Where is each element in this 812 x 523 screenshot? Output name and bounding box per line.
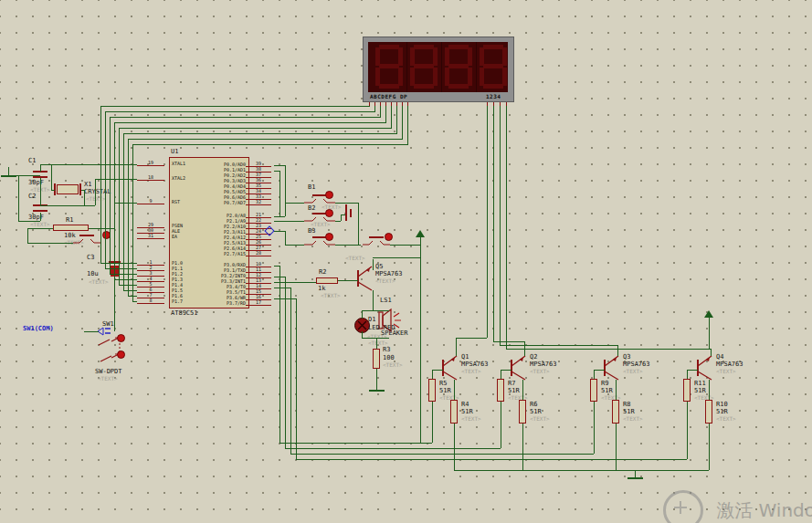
wire-segment — [420, 237, 421, 245]
sw1-actuator-top[interactable] — [117, 334, 125, 342]
b1-ref: B1 — [308, 184, 315, 191]
wire-segment — [487, 106, 488, 338]
pin-row: P3.7/RD17 — [189, 300, 271, 306]
transistor-q2[interactable] — [510, 354, 528, 382]
wire-segment — [27, 228, 53, 229]
digit-segment — [448, 84, 469, 89]
transistor-q3[interactable] — [603, 354, 621, 382]
r3-ref: R3 — [383, 347, 390, 353]
wire-segment — [493, 341, 524, 342]
wire-segment — [500, 106, 501, 345]
r9-value: 51R — [601, 388, 613, 394]
pin-number: 18 — [137, 174, 164, 181]
wire-segment — [335, 245, 361, 246]
digit-segment — [414, 45, 434, 49]
q2-text: <TEXT> — [530, 369, 550, 374]
b4-text: <TEXT> — [345, 256, 365, 261]
crystal-x1[interactable] — [57, 184, 79, 194]
wire-segment — [338, 280, 358, 281]
wire-segment — [123, 133, 124, 290]
schematic-canvas[interactable]: ABCDEFG DP 1234 U1 AT89C51 19XTAL1 18XTA… — [0, 0, 812, 523]
resistor-r5[interactable] — [428, 379, 436, 402]
resistor-r7[interactable] — [497, 379, 504, 402]
wire-segment — [616, 380, 617, 400]
c2-text: <TEXT> — [30, 222, 50, 227]
r10-text: <TEXT> — [716, 416, 736, 422]
display-digit — [480, 45, 507, 89]
r2-text: <TEXT> — [321, 293, 341, 298]
wire-segment — [132, 301, 137, 302]
ls1-value: SPEAKER — [381, 330, 408, 337]
wire-segment — [456, 338, 457, 356]
pin-number: 17 — [246, 299, 271, 306]
c1-value: 30pF — [28, 180, 44, 186]
digit-segment — [445, 47, 449, 66]
wire-segment — [296, 459, 687, 460]
q4-part: MPSA763 — [716, 361, 743, 368]
q5-part: MPSA763 — [375, 271, 403, 277]
cell-short-plate — [350, 209, 352, 217]
display-digit — [445, 45, 472, 89]
resistor-r4[interactable] — [450, 400, 458, 424]
sw1-text: <TEXT> — [98, 376, 118, 382]
pin-name: P0.7/AD7 — [189, 200, 246, 205]
switch-sw1[interactable] — [99, 330, 130, 369]
mcu-pins-rst: 9RST — [137, 199, 180, 204]
r6-ref: R6 — [530, 402, 537, 408]
wire-segment — [362, 310, 363, 319]
resistor-r8[interactable] — [612, 400, 619, 424]
wire-segment — [274, 231, 285, 232]
r6-value: 51R — [530, 409, 542, 415]
resistor-r9[interactable] — [590, 379, 597, 402]
q3-ref: Q3 — [623, 354, 630, 361]
wire-segment — [51, 190, 55, 191]
power-terminal-icon[interactable] — [704, 310, 713, 318]
power-terminal-icon[interactable] — [416, 230, 425, 237]
wire-segment — [376, 369, 377, 383]
resistor-r10[interactable] — [705, 400, 712, 424]
wire-segment — [687, 370, 688, 379]
b4-actuator[interactable] — [385, 233, 393, 241]
digit-segment — [398, 68, 403, 86]
digit-segment — [433, 68, 438, 86]
reset-button[interactable] — [71, 232, 102, 245]
c3-value: 10u — [87, 271, 99, 277]
wire-segment — [373, 257, 420, 258]
digit-segment — [480, 68, 484, 86]
wire-segment — [18, 221, 40, 222]
resistor-r6[interactable] — [519, 400, 526, 424]
wire-segment — [391, 106, 392, 129]
wire-segment — [27, 228, 28, 243]
mcu-pins-p3: P3.0/RXD10P3.1/TXD11P3.2/INT012P3.3/INT1… — [189, 262, 271, 306]
resistor-r1[interactable] — [53, 225, 89, 231]
wire-segment — [362, 338, 389, 339]
pin-name: P1.7 — [172, 298, 183, 304]
pin-name: RST — [172, 199, 180, 204]
pin-number: 8 — [137, 298, 164, 304]
wire-segment — [114, 279, 137, 280]
b2-actuator[interactable] — [325, 209, 333, 217]
resistor-r3[interactable] — [373, 349, 380, 369]
ls1-ref: LS1 — [380, 298, 392, 304]
seven-segment-display[interactable]: ABCDEFG DP 1234 — [363, 37, 514, 102]
wire-segment — [506, 106, 507, 349]
wire-segment — [711, 349, 712, 356]
wire-segment — [369, 106, 370, 107]
wire-segment — [373, 259, 374, 270]
sw1-actuator-bottom[interactable] — [117, 350, 125, 359]
b3-actuator[interactable] — [325, 233, 333, 241]
transistor-q1[interactable] — [441, 354, 459, 382]
wire-segment — [18, 175, 19, 221]
transistor-q5[interactable] — [356, 265, 374, 292]
wire-segment — [687, 402, 688, 459]
resistor-r11[interactable] — [683, 379, 691, 402]
b1-actuator[interactable] — [325, 191, 333, 199]
transistor-q4[interactable] — [696, 354, 714, 382]
wire-segment — [362, 310, 389, 311]
r5-ref: R5 — [439, 381, 447, 387]
digit-separator — [406, 42, 407, 92]
wire-segment — [522, 424, 523, 470]
resistor-r2[interactable] — [316, 277, 338, 284]
pin-row: 9RST — [137, 199, 180, 204]
cell-long-plate[interactable] — [345, 204, 347, 221]
